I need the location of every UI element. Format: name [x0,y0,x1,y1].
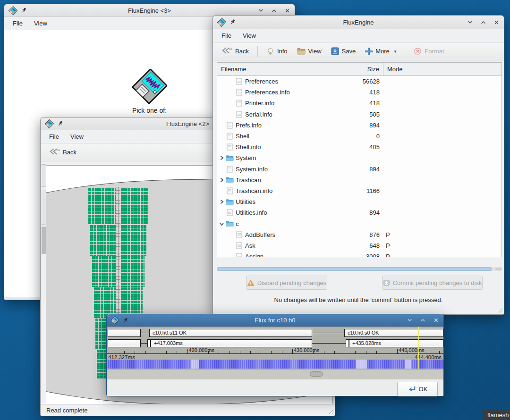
info-button[interactable]: Info [263,45,291,58]
file-icon [236,78,242,85]
chevron-down-icon[interactable] [219,221,224,227]
pin-icon[interactable] [21,7,27,14]
close-button[interactable] [433,317,439,323]
back-icon [49,148,60,155]
flux-sector-box[interactable]: c10.h0.s0 OK [344,329,443,337]
maximize-button[interactable] [480,19,486,25]
minimize-button[interactable] [407,317,413,323]
minimize-button[interactable] [258,8,264,14]
flux-record-box[interactable]: +435.028ms [349,339,443,347]
flux-scrollbar-handle[interactable] [310,371,323,377]
column-header-filename[interactable]: Filename [217,63,335,76]
flux-density-band[interactable] [107,360,443,369]
file-size: 405 [335,143,383,151]
table-row[interactable]: Ask648P [217,240,502,251]
pin-icon [57,120,63,127]
chevron-right-icon[interactable] [219,177,224,183]
taskbar-tooltip: flamesh [483,410,510,420]
resize-grip[interactable] [496,307,502,313]
table-row[interactable]: Prefs.info894 [217,120,502,131]
ruler-major-label: 420.000ms [189,347,214,353]
window-fluxengine-browser: FluxEngine File View Back Info [212,15,504,315]
column-header-size[interactable]: Size [335,63,383,76]
window-controls [258,8,290,14]
file-name: Printer.info [245,100,274,107]
maximize-button[interactable] [420,317,426,323]
titlebar-browser[interactable]: FluxEngine [213,16,504,29]
table-row[interactable]: Preferences.info418 [217,87,502,98]
file-icon [236,100,242,107]
menu-view[interactable]: View [29,18,52,28]
file-icon [236,242,242,249]
menu-file[interactable]: File [44,132,64,142]
menu-view[interactable]: View [65,132,89,142]
flux-band-gap [356,360,367,369]
close-button[interactable] [284,8,290,14]
table-row[interactable]: Serial.info505 [217,109,502,120]
flux-record-box[interactable] [108,339,141,347]
table-row[interactable]: Trashcan.info1166 [217,185,502,196]
table-row[interactable]: Utilities [217,196,502,207]
ok-button[interactable]: OK [397,382,438,396]
commit-changes-button[interactable]: Commit pending changes to disk [382,276,483,290]
file-mode: P [383,253,502,257]
browser-body: Filename Size Mode Preferences56628Prefe… [213,60,504,314]
scrollbar-handle[interactable] [217,267,492,271]
table-row[interactable]: Utilities.info894 [217,207,502,218]
table-row[interactable]: c [217,218,502,229]
pin-icon[interactable] [230,19,236,25]
plus-icon [365,48,373,55]
table-row[interactable]: Printer.info418 [217,98,502,109]
chevron-right-icon[interactable] [219,199,224,204]
table-row[interactable]: Preferences56628 [217,76,502,87]
table-row[interactable]: Shell0 [217,131,502,142]
more-label: More [375,48,390,55]
table-row[interactable]: AddBuffers876P [217,229,502,240]
flux-sector-box[interactable]: c10.h0.s11 OK [149,329,312,337]
file-icon [227,209,233,216]
pin-icon[interactable] [57,120,63,127]
table-row[interactable]: Shell.info405 [217,142,502,152]
flux-cursor[interactable] [418,327,419,369]
horizontal-scrollbar[interactable] [217,267,502,271]
discard-changes-button[interactable]: Discard pending changes [246,276,327,290]
flux-record-marker [346,339,349,347]
table-row[interactable]: System.info894 [217,164,502,175]
close-button[interactable] [493,19,500,25]
folder-icon [226,176,234,183]
titlebar-flux[interactable]: Flux for c10 h0 [107,314,443,327]
maximize-button[interactable] [271,8,277,14]
menu-view[interactable]: View [238,31,261,41]
toolbar-separator [405,46,405,57]
table-row[interactable]: Assign3008P [217,251,502,257]
save-button[interactable]: Save [327,45,360,58]
flux-sector-box[interactable] [108,329,141,337]
flux-scrollbar[interactable] [107,369,443,379]
file-mode: P [383,231,502,238]
flux-record-box[interactable]: +417.003ms [151,339,312,347]
file-icon [236,111,242,118]
back-button[interactable]: Back [45,145,80,159]
file-name: Utilities.info [236,209,267,216]
flux-canvas[interactable]: c10.h0.s11 OK c10.h0.s0 OK +417.003ms +4… [107,327,443,369]
resize-grip[interactable] [327,408,333,414]
more-button[interactable]: More ▾ [361,45,400,58]
sector-grid-block [92,256,116,287]
format-button[interactable]: Format [410,45,448,58]
back-button[interactable]: Back [218,44,253,58]
ruler-major-label: 440.000ms [399,347,424,353]
table-row[interactable]: Trashcan [217,175,502,185]
chevron-right-icon[interactable] [219,155,224,160]
ruler-major-label: 430.000ms [294,347,319,353]
folder-icon [226,199,234,205]
file-name: System.info [236,166,268,173]
view-button[interactable]: View [293,45,325,58]
table-row[interactable]: System [217,152,502,163]
minimize-button[interactable] [467,19,473,25]
menu-file[interactable]: File [216,31,237,41]
flux-footer: OK [107,379,443,396]
menu-file[interactable]: File [8,18,28,28]
column-header-mode[interactable]: Mode [383,63,502,76]
toolbar: Back Info View Save [213,42,504,60]
scrollbar-track-end [495,268,502,270]
